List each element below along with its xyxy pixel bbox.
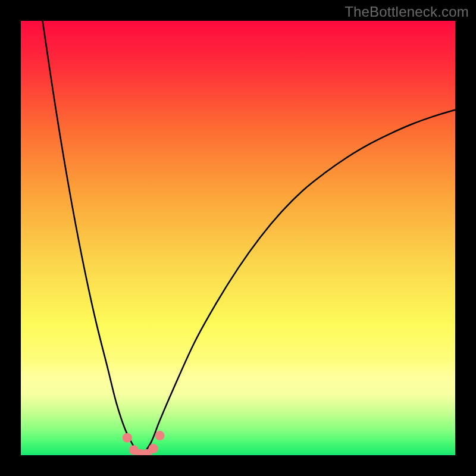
curve-right-branch [142,110,455,455]
marker-dot [149,444,158,453]
plot-area [21,21,455,455]
chart-frame: TheBottleneck.com [0,0,476,476]
curve-left-branch [43,21,143,455]
curve-layer [21,21,455,455]
watermark-text: TheBottleneck.com [345,4,469,20]
marker-dot [123,433,132,443]
marker-dot [155,431,165,440]
marker-cluster [123,431,165,455]
